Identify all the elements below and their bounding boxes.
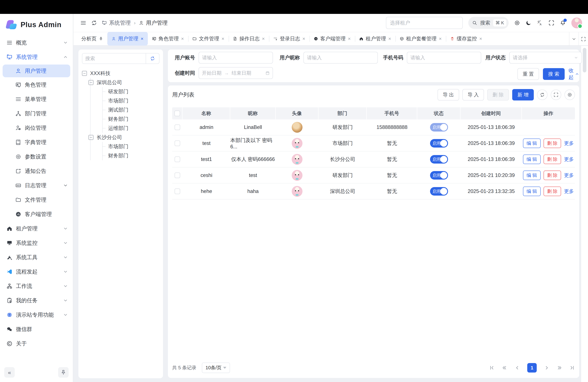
close-icon[interactable]: × xyxy=(348,36,351,41)
close-icon[interactable]: × xyxy=(181,36,184,41)
edit-button[interactable]: 编 辑 xyxy=(523,155,541,164)
sidebar-item-notice[interactable]: 通知公告 xyxy=(0,164,73,178)
close-icon[interactable]: × xyxy=(302,36,305,41)
tree-node-root[interactable]: XXX科技 xyxy=(82,69,159,78)
status-toggle[interactable]: 启用 xyxy=(430,155,448,164)
sidebar-item-client-management[interactable]: 客户端管理 xyxy=(0,207,73,221)
edit-button[interactable]: 编 辑 xyxy=(523,170,541,180)
language-switch-button[interactable] xyxy=(537,20,543,26)
tree-node-leaf[interactable]: 运维部门 xyxy=(103,124,159,133)
tree-node-leaf[interactable]: 研发部门 xyxy=(103,87,159,96)
close-icon[interactable]: × xyxy=(439,36,442,41)
row-checkbox[interactable] xyxy=(175,172,180,178)
delete-button[interactable]: 删 除 xyxy=(544,155,561,164)
tab-file-management[interactable]: 文件管理 × xyxy=(188,32,229,45)
status-toggle[interactable]: 启用 xyxy=(430,187,448,196)
tree-node-branch[interactable]: 长沙分公司 xyxy=(88,133,159,142)
collapse-menu-button[interactable] xyxy=(80,20,86,26)
sidebar-item-post-management[interactable]: 岗位管理 xyxy=(0,121,73,135)
tree-node-leaf[interactable]: 测试部门 xyxy=(103,106,159,115)
sidebar-item-department-management[interactable]: 部门管理 xyxy=(0,106,73,121)
status-select[interactable]: 请选择 xyxy=(509,52,582,64)
edit-button[interactable]: 编 辑 xyxy=(523,187,541,196)
account-input[interactable] xyxy=(199,52,273,64)
collapse-box-icon[interactable] xyxy=(88,135,93,140)
sidebar-item-my-tasks[interactable]: 我的任务 xyxy=(0,293,73,308)
dark-mode-toggle[interactable] xyxy=(525,20,531,26)
breadcrumb-user-management[interactable]: 用户管理 xyxy=(146,19,168,27)
next-5-pages-button[interactable] xyxy=(557,365,562,371)
tree-node-leaf[interactable]: 财务部门 xyxy=(103,151,159,160)
sidebar-item-file-management[interactable]: 文件管理 xyxy=(0,193,73,207)
global-search-button[interactable]: 搜索 ⌘ K xyxy=(468,17,509,29)
more-button[interactable]: 更多 xyxy=(564,188,574,195)
sidebar-item-about[interactable]: 关于 xyxy=(0,337,73,351)
tree-search-input[interactable] xyxy=(82,53,146,64)
row-checkbox[interactable] xyxy=(175,125,180,130)
sidebar-pin-button[interactable] xyxy=(58,367,69,378)
first-page-button[interactable] xyxy=(489,365,495,371)
status-toggle[interactable]: 启用 xyxy=(430,139,448,148)
notifications-button[interactable] xyxy=(560,20,566,26)
collapse-filter-button[interactable]: 收起 xyxy=(568,67,579,81)
page-size-select[interactable]: 10条/页 xyxy=(202,362,230,373)
tab-analysis[interactable]: 分析页 xyxy=(77,32,107,45)
sidebar-item-wechat-group[interactable]: 微信群 xyxy=(0,322,73,337)
import-button[interactable]: 导 入 xyxy=(462,89,484,101)
delete-button[interactable]: 删 除 xyxy=(544,170,561,180)
prev-page-button[interactable] xyxy=(514,365,520,371)
sidebar-item-dict-management[interactable]: 字典管理 xyxy=(0,135,73,149)
more-button[interactable]: 更多 xyxy=(564,140,574,147)
sidebar-item-tenant-management[interactable]: 租户管理 xyxy=(0,221,73,236)
sidebar-item-system-monitor[interactable]: 系统监控 xyxy=(0,236,73,250)
delete-button[interactable]: 删 除 xyxy=(544,139,561,148)
refresh-page-button[interactable] xyxy=(91,20,97,26)
pin-icon[interactable] xyxy=(99,37,103,41)
status-toggle[interactable]: 启用 xyxy=(430,123,448,131)
sidebar-item-role-management[interactable]: 角色管理 xyxy=(0,78,73,92)
export-button[interactable]: 导 出 xyxy=(438,89,459,101)
tab-operation-log[interactable]: 操作日志 × xyxy=(229,32,269,45)
add-user-button[interactable]: 新 增 xyxy=(512,89,534,101)
table-refresh-button[interactable] xyxy=(537,89,547,100)
breadcrumb-system[interactable]: 系统管理 xyxy=(109,19,131,27)
reset-button[interactable]: 重 置 xyxy=(517,68,539,80)
sidebar-item-system-management[interactable]: 系统管理 xyxy=(0,50,73,64)
collapse-box-icon[interactable] xyxy=(88,80,93,85)
sidebar-item-process-start[interactable]: 流程发起 xyxy=(0,265,73,279)
tab-cache-monitor[interactable]: 缓存监控 × xyxy=(446,32,486,45)
user-avatar[interactable] xyxy=(571,18,582,28)
created-date-range[interactable]: 开始日期 → 结束日期 xyxy=(199,67,273,79)
sidebar-item-user-management[interactable]: 用户管理 xyxy=(3,64,70,77)
edit-button[interactable]: 编 辑 xyxy=(523,139,541,148)
collapse-box-icon[interactable] xyxy=(82,71,87,76)
tree-node-leaf[interactable]: 市场部门 xyxy=(103,142,159,151)
prev-5-pages-button[interactable] xyxy=(502,365,507,371)
phone-input[interactable] xyxy=(407,52,481,64)
tree-node-leaf[interactable]: 财务部门 xyxy=(103,115,159,124)
settings-button[interactable] xyxy=(514,20,520,26)
tab-tenant-management[interactable]: 租户管理 × xyxy=(355,32,396,45)
last-page-button[interactable] xyxy=(569,365,575,371)
close-icon[interactable]: × xyxy=(221,36,224,41)
content-fullscreen-button[interactable] xyxy=(579,32,588,46)
sidebar-item-workflow[interactable]: 工作流 xyxy=(0,279,73,293)
nickname-input[interactable] xyxy=(303,52,378,64)
tree-refresh-button[interactable] xyxy=(146,53,159,64)
tab-role-management[interactable]: 角色管理 × xyxy=(148,32,188,45)
close-icon[interactable]: × xyxy=(262,36,265,41)
table-settings-button[interactable] xyxy=(565,89,575,100)
sidebar-item-system-tools[interactable]: 系统工具 xyxy=(0,250,73,265)
sidebar-item-overview[interactable]: 概览 xyxy=(0,35,73,50)
tree-node-leaf[interactable]: 市场部门 xyxy=(103,96,159,106)
row-checkbox[interactable] xyxy=(175,156,180,162)
sidebar-item-log-management[interactable]: 日志管理 xyxy=(0,178,73,193)
app-logo[interactable]: Plus Admin xyxy=(0,14,73,32)
status-toggle[interactable]: 启用 xyxy=(430,171,448,180)
fullscreen-button[interactable] xyxy=(548,20,554,26)
tab-list-dropdown-button[interactable] xyxy=(569,32,579,46)
tree-node-branch[interactable]: 深圳总公司 xyxy=(88,78,159,87)
row-checkbox[interactable] xyxy=(175,141,180,146)
scrollbar-track[interactable] xyxy=(581,46,588,382)
tenant-select[interactable] xyxy=(386,17,463,29)
